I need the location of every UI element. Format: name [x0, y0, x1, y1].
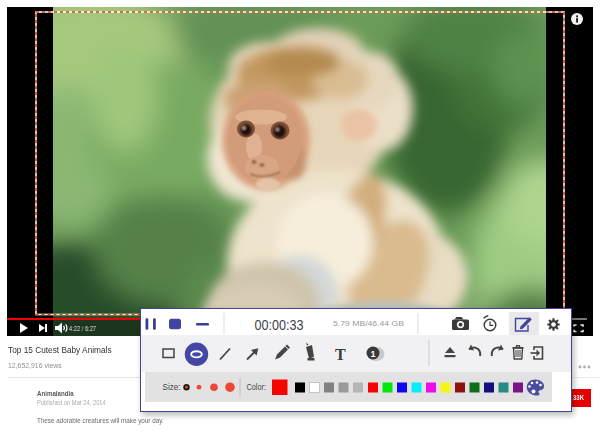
svg-text:Color:: Color:	[247, 383, 267, 392]
svg-text:00:00:33: 00:00:33	[255, 317, 304, 333]
svg-text:T: T	[335, 346, 346, 363]
svg-text:1: 1	[371, 349, 376, 359]
svg-text:5.79 MB/46.44 GB: 5.79 MB/46.44 GB	[333, 319, 404, 328]
svg-text:Size:: Size:	[163, 383, 181, 392]
